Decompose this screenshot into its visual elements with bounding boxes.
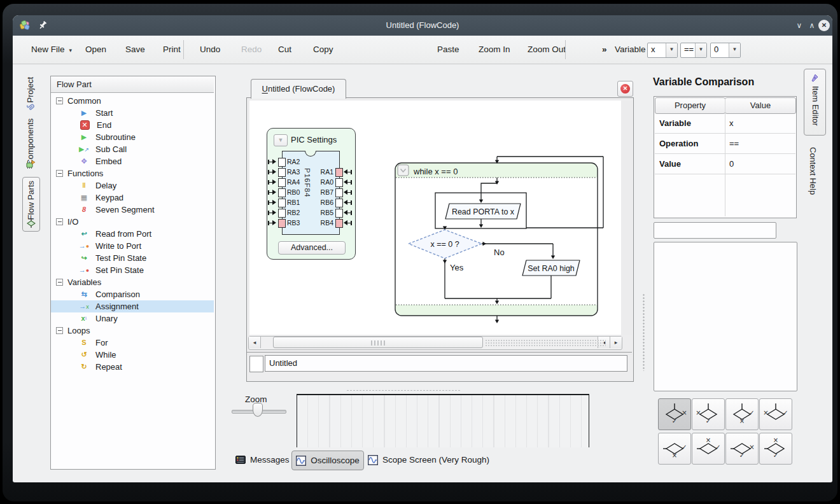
tree-item-start[interactable]: ▶Start — [51, 107, 214, 119]
property-value[interactable]: x — [729, 113, 734, 133]
pin-ra0[interactable]: RA0 — [267, 178, 355, 186]
document-tab[interactable]: Untitled (FlowCode) — [251, 79, 346, 99]
operation-combobox[interactable]: == ▼ — [680, 43, 707, 58]
tree-expander-icon[interactable] — [56, 170, 63, 177]
tree-item-delay[interactable]: ‖Delay — [51, 179, 214, 192]
tab-messages[interactable]: Messages — [235, 451, 290, 469]
tree-item-label: Test Pin State — [95, 253, 146, 263]
dock-tab-item-editor[interactable]: Item Editor — [804, 69, 826, 136]
toolbar-button-zoom-out[interactable]: Zoom Out — [528, 36, 566, 64]
tree-item-variables[interactable]: Variables — [51, 276, 214, 288]
chevron-down-icon[interactable]: ▼ — [666, 43, 677, 57]
tree-item-seven-segment[interactable]: 8Seven Segment — [51, 204, 214, 216]
decision-layout-button-1[interactable]: ×✓ — [658, 398, 691, 430]
tree-header[interactable]: Flow Part — [51, 76, 214, 93]
toolbar-button-copy[interactable]: Copy — [313, 36, 333, 64]
tree-item-subroutine[interactable]: ▶Subroutine — [51, 131, 214, 143]
tree-item-read-from-port[interactable]: ↩Read from Port — [51, 228, 214, 240]
property-value[interactable]: == — [729, 134, 739, 153]
tree-item-set-pin-state[interactable]: →●Set Pin State — [51, 264, 214, 276]
toolbar-button-open[interactable]: Open — [85, 36, 106, 64]
pin-ra1[interactable]: RA1 — [267, 168, 355, 176]
tree-item-repeat[interactable]: ↻Repeat — [51, 361, 214, 373]
tree-item-keypad[interactable]: ▦Keypad — [51, 192, 214, 204]
advanced-button[interactable]: Advanced... — [278, 241, 346, 255]
tree-item-functions[interactable]: Functions — [51, 167, 214, 179]
tree-item-comparison[interactable]: ⇆Comparison — [51, 288, 214, 300]
tree-item-unary[interactable]: x¹Unary — [51, 312, 214, 325]
tree-item-common[interactable]: Common — [51, 95, 214, 107]
decision-layout-button-2[interactable]: ×✓ — [692, 398, 725, 430]
toolbar-button-save[interactable]: Save — [125, 36, 145, 64]
zoom-slider-thumb[interactable] — [253, 403, 263, 417]
pin-rb7[interactable]: RB7 — [267, 188, 355, 197]
chevron-down-icon[interactable]: ▼ — [729, 43, 740, 57]
decision-layout-button-4[interactable]: ×✓ — [759, 398, 792, 430]
tree-item-write-to-port[interactable]: →●Write to Port — [51, 240, 214, 252]
column-header-property[interactable]: Property — [655, 97, 725, 114]
minimize-button[interactable]: ∨ — [793, 19, 806, 32]
item-editor-list-box[interactable] — [654, 242, 797, 391]
splitter-handle[interactable] — [346, 389, 461, 391]
tree-expander-icon[interactable] — [56, 279, 63, 286]
scrollbar-thumb[interactable] — [273, 337, 483, 348]
decision-layout-button-8[interactable]: ×✓ — [759, 433, 792, 465]
document-close-button[interactable]: ✕ — [617, 81, 633, 97]
pin-rb5[interactable]: RB5 — [267, 209, 355, 217]
sidebar-tab-project[interactable]: Project — [25, 77, 35, 102]
sidebar-tab-components[interactable]: Components — [25, 118, 35, 165]
tree-item-end[interactable]: ✕End — [51, 119, 214, 131]
sidebar-tab-flow-parts[interactable]: Flow Parts — [22, 177, 40, 232]
tree-item-while[interactable]: ↺While — [51, 349, 214, 361]
while-collapse-button[interactable] — [398, 165, 409, 176]
pin-rb4[interactable]: RB4 — [267, 219, 355, 227]
panel-divider — [247, 352, 632, 354]
flowchart-drawing[interactable]: while x == 0 Read PORTA to x x == 0 ? No… — [384, 112, 621, 335]
tree-item-embed[interactable]: ✥Embed — [51, 155, 214, 167]
tab-oscilloscope[interactable]: Oscilloscope — [291, 451, 364, 470]
pin-rb6[interactable]: RB6 — [267, 199, 355, 207]
value-combobox[interactable]: 0 ▼ — [710, 43, 741, 58]
flowchart-canvas[interactable]: ▼ PIC Settings P16F84 RA2RA3RA4RB0RB1RB2… — [249, 101, 621, 335]
property-value[interactable]: 0 — [729, 154, 734, 174]
tree-item-for[interactable]: SFor — [51, 337, 214, 349]
toolbar-button-paste[interactable]: Paste — [437, 36, 459, 64]
scroll-left-button[interactable]: ◂ — [249, 337, 261, 348]
scrollbar-track[interactable] — [485, 339, 606, 346]
tree-expander-icon[interactable] — [56, 327, 63, 334]
scroll-right-button[interactable]: ▸ — [610, 337, 622, 348]
toolbar-button-zoom-in[interactable]: Zoom In — [479, 36, 510, 64]
tree-item-assignment[interactable]: →xAssignment — [51, 300, 214, 312]
flowchart-name-field[interactable]: Untitled — [265, 355, 627, 372]
item-editor-text-field[interactable] — [654, 222, 776, 239]
close-button[interactable]: ✕ — [818, 20, 830, 31]
chevron-down-icon[interactable]: ▼ — [695, 43, 706, 57]
decision-layout-button-7[interactable]: ×✓ — [725, 433, 759, 465]
tree-expander-icon[interactable] — [56, 97, 63, 104]
variable-name-combobox[interactable]: x ▼ — [647, 43, 678, 58]
tree-item-i-o[interactable]: I/O — [51, 216, 214, 228]
end-icon: ✕ — [80, 120, 90, 130]
pic-collapse-button[interactable]: ▼ — [274, 134, 288, 146]
column-header-value[interactable]: Value — [725, 97, 796, 114]
toolbar-button-undo[interactable]: Undo — [200, 36, 220, 64]
toolbar-button-redo[interactable]: Redo — [241, 36, 262, 64]
toolbar-button-cut[interactable]: Cut — [278, 36, 291, 64]
tree-item-loops[interactable]: Loops — [51, 325, 214, 337]
dock-tab-context-help[interactable]: Context Help — [808, 147, 818, 195]
toolbar-button-print[interactable]: Print — [163, 36, 181, 64]
toolbar-button-new-file[interactable]: New File▾ — [31, 36, 72, 64]
status-checkbox[interactable] — [249, 356, 263, 372]
decision-layout-button-6[interactable]: ×✓ — [692, 433, 725, 465]
pin-ra2[interactable]: RA2 — [267, 158, 305, 166]
toolbar-overflow-chevron[interactable]: » — [602, 36, 607, 64]
tree-item-test-pin-state[interactable]: ↪Test Pin State — [51, 252, 214, 264]
tab-scope-screen[interactable]: Scope Screen (Very Rough) — [368, 451, 489, 469]
vertical-splitter-handle[interactable] — [643, 293, 645, 371]
decision-layout-button-5[interactable]: ✓× — [658, 433, 691, 465]
decision-layout-button-3[interactable]: ✓× — [725, 398, 759, 430]
horizontal-scrollbar[interactable]: ◂ ◂ ▸ — [248, 336, 622, 350]
tree-item-sub-call[interactable]: ▶↗Sub Call — [51, 143, 214, 155]
tree-expander-icon[interactable] — [56, 218, 63, 225]
maximize-button[interactable]: ∧ — [806, 19, 818, 32]
